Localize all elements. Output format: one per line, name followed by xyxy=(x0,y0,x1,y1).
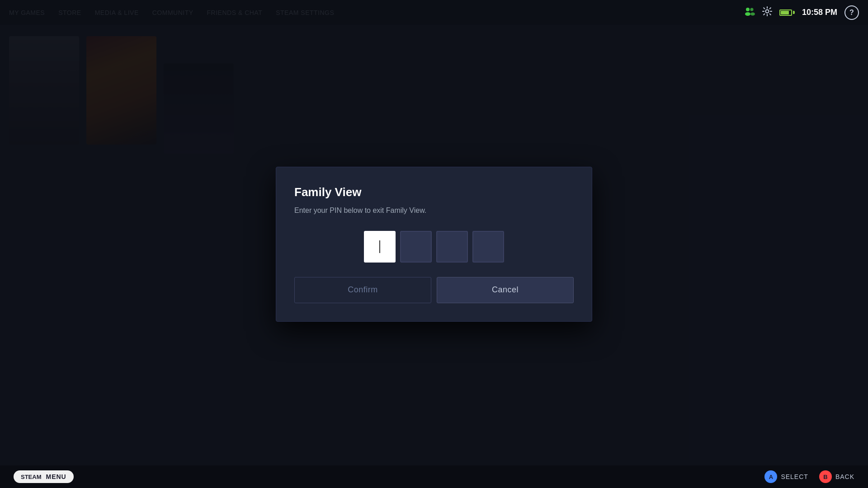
family-view-dialog: Family View Enter your PIN below to exit… xyxy=(276,167,592,322)
cursor xyxy=(379,240,380,253)
confirm-button[interactable]: Confirm xyxy=(294,277,431,303)
modal-button-row: Confirm Cancel xyxy=(294,277,574,303)
modal-overlay: Family View Enter your PIN below to exit… xyxy=(0,0,868,488)
modal-subtitle: Enter your PIN below to exit Family View… xyxy=(294,206,574,215)
pin-box-1[interactable] xyxy=(364,231,396,263)
pin-box-3[interactable] xyxy=(436,231,468,263)
modal-title: Family View xyxy=(294,185,574,199)
pin-input-container[interactable] xyxy=(294,231,574,263)
cancel-button[interactable]: Cancel xyxy=(437,277,574,303)
pin-box-2[interactable] xyxy=(400,231,432,263)
pin-box-4[interactable] xyxy=(472,231,504,263)
